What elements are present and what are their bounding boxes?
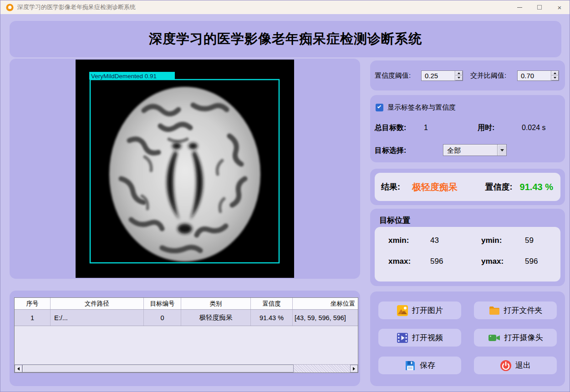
- brain-mri-image[interactable]: VeryMildDemented 0.91: [76, 60, 294, 278]
- iou-spin-down-button[interactable]: [551, 75, 559, 80]
- ymin-value: 59: [525, 236, 560, 245]
- down-arrow-icon: [554, 77, 556, 79]
- options-panel: 显示标签名称与置信度 总目标数: 1 用时: 0.024 s 目标选择: 全部: [370, 95, 565, 162]
- result-confidence-label: 置信度:: [485, 181, 513, 192]
- result-label: 结果:: [381, 181, 400, 192]
- check-icon: [377, 105, 381, 108]
- scrollbar-thumb[interactable]: [22, 365, 294, 372]
- arrow-left-icon: [17, 367, 20, 371]
- page-title: 深度学习的医学影像老年痴呆症检测诊断系统: [149, 30, 422, 48]
- conf-spin-down-button[interactable]: [455, 75, 463, 80]
- result-box: 结果: 极轻度痴呆 置信度: 91.43 %: [375, 173, 560, 201]
- open-folder-label: 打开文件夹: [504, 305, 543, 316]
- cell-index: 1: [15, 310, 51, 326]
- open-camera-label: 打开摄像头: [504, 332, 543, 343]
- time-label: 用时:: [478, 123, 494, 133]
- col-header-filepath[interactable]: 文件路径: [51, 298, 144, 309]
- actions-panel: 打开图片 打开文件夹 打开视频: [370, 291, 565, 386]
- dropdown-arrow-button[interactable]: [497, 145, 506, 156]
- table-row[interactable]: 1 E:/... 0 极轻度痴呆 91.43 % [43, 59, 596, 5…: [15, 310, 358, 326]
- time-value: 0.024 s: [522, 124, 545, 132]
- open-image-label: 打开图片: [412, 305, 443, 316]
- xmin-label: xmin:: [388, 236, 430, 245]
- col-header-confidence[interactable]: 置信度: [251, 298, 293, 309]
- horizontal-scrollbar[interactable]: [15, 364, 358, 372]
- iou-threshold-value: 0.70: [518, 71, 551, 80]
- xmax-value: 596: [430, 257, 481, 266]
- minimize-icon: [517, 7, 522, 8]
- position-title: 目标位置: [379, 215, 410, 226]
- maximize-button[interactable]: [529, 0, 550, 14]
- table-empty-area: [15, 326, 358, 364]
- save-button[interactable]: 保存: [378, 357, 461, 374]
- target-select-label: 目标选择:: [375, 146, 406, 154]
- close-button[interactable]: ×: [550, 0, 570, 14]
- result-value: 极轻度痴呆: [412, 181, 458, 193]
- ymin-label: ymin:: [481, 236, 525, 245]
- exit-label: 退出: [515, 360, 531, 371]
- folder-icon: [489, 305, 500, 317]
- conf-threshold-value: 0.25: [422, 71, 455, 80]
- open-video-button[interactable]: 打开视频: [378, 329, 461, 347]
- thresholds-panel: 置信度阈值: 0.25 交并比阈值: 0.70: [370, 60, 565, 90]
- table-header-row: 序号 文件路径 目标编号 类别 置信度 坐标位置: [15, 298, 358, 310]
- result-panel: 结果: 极轻度痴呆 置信度: 91.43 %: [370, 169, 565, 205]
- cell-coords: [43, 59, 596, 596]: [293, 310, 358, 326]
- maximize-icon: [537, 5, 542, 10]
- arrow-right-icon: [353, 367, 355, 371]
- image-panel: VeryMildDemented 0.91: [10, 59, 360, 279]
- exit-button[interactable]: 退出: [474, 357, 557, 374]
- conf-threshold-input[interactable]: 0.25: [421, 70, 463, 81]
- show-labels-checkbox[interactable]: [376, 104, 383, 111]
- cell-confidence: 91.43 %: [251, 310, 293, 326]
- window-title: 深度学习的医学影像老年痴呆症检测诊断系统: [17, 3, 136, 11]
- down-arrow-icon: [458, 77, 460, 79]
- scroll-left-button[interactable]: [15, 365, 22, 372]
- iou-spin-up-button[interactable]: [551, 71, 559, 76]
- save-icon: [404, 360, 416, 372]
- results-table-panel: 序号 文件路径 目标编号 类别 置信度 坐标位置 1 E:/... 0 极轻度痴…: [10, 291, 360, 386]
- cell-target-id: 0: [144, 310, 181, 326]
- open-camera-button[interactable]: 打开摄像头: [474, 329, 557, 347]
- ymax-label: ymax:: [481, 257, 525, 266]
- iou-threshold-input[interactable]: 0.70: [517, 70, 559, 81]
- up-arrow-icon: [458, 72, 460, 74]
- minimize-button[interactable]: [509, 0, 529, 14]
- results-table: 序号 文件路径 目标编号 类别 置信度 坐标位置 1 E:/... 0 极轻度痴…: [14, 297, 358, 373]
- total-targets-value: 1: [424, 124, 428, 132]
- col-header-target-id[interactable]: 目标编号: [144, 298, 181, 309]
- result-confidence-value: 91.43 %: [520, 182, 553, 192]
- col-header-class[interactable]: 类别: [181, 298, 251, 309]
- up-arrow-icon: [554, 72, 556, 74]
- xmax-label: xmax:: [388, 257, 430, 266]
- image-icon: [397, 305, 408, 317]
- video-icon: [397, 332, 408, 344]
- open-image-button[interactable]: 打开图片: [378, 302, 461, 319]
- app-window: 深度学习的医学影像老年痴呆症检测诊断系统 × 深度学习的医学影像老年痴呆症检测诊…: [0, 0, 570, 392]
- scroll-right-button[interactable]: [350, 365, 358, 372]
- chevron-down-icon: [500, 149, 504, 151]
- open-video-label: 打开视频: [412, 332, 443, 343]
- iou-threshold-label: 交并比阈值:: [470, 71, 517, 80]
- open-folder-button[interactable]: 打开文件夹: [474, 302, 557, 319]
- power-icon: [500, 360, 512, 372]
- detection-label: VeryMildDemented 0.91: [91, 73, 157, 80]
- title-bar: 深度学习的医学影像老年痴呆症检测诊断系统 ×: [0, 0, 570, 14]
- position-panel: 目标位置 xmin: 43 ymin: 59 xmax: 596 ymax: 5…: [370, 209, 565, 286]
- conf-spin-up-button[interactable]: [455, 71, 463, 76]
- target-select-dropdown[interactable]: 全部: [443, 144, 507, 156]
- col-header-index[interactable]: 序号: [15, 298, 51, 309]
- total-targets-label: 总目标数:: [375, 124, 406, 131]
- header-panel: 深度学习的医学影像老年痴呆症检测诊断系统: [10, 21, 561, 57]
- cell-filepath: E:/...: [51, 310, 144, 326]
- target-select-value: 全部: [443, 145, 497, 156]
- show-labels-label: 显示标签名称与置信度: [387, 103, 456, 112]
- col-header-coords[interactable]: 坐标位置: [293, 298, 358, 309]
- xmin-value: 43: [430, 236, 481, 245]
- ymax-value: 596: [525, 257, 560, 266]
- scrollbar-track[interactable]: [294, 365, 350, 372]
- camera-icon: [488, 332, 501, 344]
- conf-threshold-label: 置信度阈值:: [375, 71, 421, 80]
- position-box: xmin: 43 ymin: 59 xmax: 596 ymax: 596: [375, 227, 560, 281]
- save-label: 保存: [420, 360, 435, 371]
